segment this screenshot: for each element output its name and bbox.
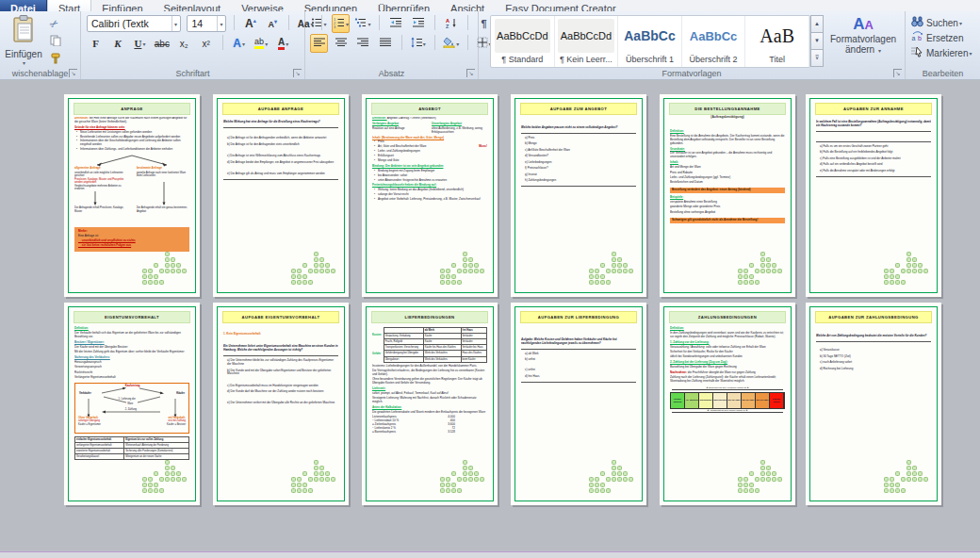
style-preview: AaB — [749, 19, 805, 53]
select-button[interactable]: Markieren▾ — [911, 45, 980, 60]
page-title: AUFGABEN ZUR ANNAHME — [815, 103, 932, 115]
style-preview: AaBbCcDd — [495, 19, 550, 53]
document-canvas[interactable]: ANFRAGEDefinition: Mit Hilfe einer Anfra… — [0, 80, 980, 558]
svg-text:Z: Z — [446, 24, 449, 29]
ribbon-tab-einf-gen[interactable]: Einfügen — [91, 0, 153, 11]
paste-dropdown-arrow[interactable]: ▾ — [6, 59, 42, 66]
document-page[interactable]: AUFGABEN ZUR ANNAHMEIn welchem Fall ist … — [806, 94, 941, 297]
italic-button[interactable]: K — [108, 34, 126, 53]
document-page[interactable]: DIE BESTELLUNGSANNAHME(Auftragsbestätigu… — [660, 94, 795, 297]
ribbon-tab-start[interactable]: Start — [47, 0, 91, 11]
align-left-button[interactable] — [310, 34, 328, 53]
clipboard-dialog-launcher[interactable]: ↘ — [69, 69, 77, 77]
strikethrough-button[interactable]: abc — [153, 34, 171, 53]
font-dialog-launcher[interactable]: ↘ — [293, 69, 302, 77]
style-item-titel[interactable]: AaBTitel — [745, 16, 809, 67]
ribbon-tab-ansicht[interactable]: Ansicht — [440, 0, 495, 11]
underline-button[interactable]: U▾ — [131, 34, 149, 53]
document-page[interactable]: AUFGABE ANFRAGEWelche Wirkung hat eine A… — [213, 94, 349, 297]
cut-button[interactable]: ✂ — [47, 15, 75, 32]
flower-decoration — [142, 252, 191, 289]
flower-decoration — [440, 460, 489, 498]
justify-button[interactable] — [376, 34, 394, 53]
styles-gallery: AaBbCcDd¶ StandardAaBbCcDd¶ Kein Leerr..… — [490, 15, 810, 68]
group-editing: Suchen▾ ab Ersetzen Markieren▾ Bearbeite… — [906, 11, 980, 79]
shrink-font-button[interactable]: A▾ — [264, 14, 282, 33]
align-center-icon — [335, 35, 347, 52]
font-color-icon: A — [278, 38, 285, 50]
ribbon-tab-seitenlayout[interactable]: Seitenlayout — [154, 0, 232, 11]
ribbon: Einfügen ▾ ✂ wischenablage ↘ Calibri (Te… — [0, 11, 980, 80]
find-button[interactable]: Suchen▾ — [911, 15, 980, 30]
format-painter-button[interactable] — [47, 51, 75, 68]
document-page[interactable]: AUFGABE ZUM ANGEBOTWelche beiden Angaben… — [511, 94, 646, 297]
group-paragraph: ▾ 123▾ ▾ AZ ¶ ▾ ▾ ▾ Absatz ↘ — [305, 11, 479, 79]
flower-decoration — [291, 252, 340, 289]
anfrage-diagram: allgemeine Anfrageunverbindlich an viele… — [74, 154, 189, 223]
document-page[interactable]: AUFGABEN ZUR ZAHLUNGSBEDINGUNGWelche Art… — [806, 303, 941, 505]
align-right-button[interactable] — [354, 34, 372, 53]
page-title: DIE BESTELLUNGSANNAHME — [669, 103, 786, 115]
text-highlight-button[interactable]: ab▾ — [253, 34, 270, 53]
ribbon-tab--berpr-fen[interactable]: Überprüfen — [368, 0, 440, 11]
ribbon-tab-easy-document-creator[interactable]: Easy Document Creator — [495, 0, 626, 11]
paragraph-dialog-launcher[interactable]: ↘ — [466, 69, 475, 77]
page-title: AUFGABE ZUM ANGEBOT — [520, 103, 637, 115]
flower-decoration — [884, 460, 933, 498]
document-page[interactable]: LIEFERBEDINGUNGENKostenGefahrab Werkfrei… — [362, 303, 498, 505]
bullets-button[interactable]: ▾ — [310, 14, 328, 33]
ribbon-tab-strip: DateiStartEinfügenSeitenlayoutVerweiseSe… — [0, 0, 980, 11]
svg-text:b: b — [918, 35, 922, 41]
document-page[interactable]: ANGEBOTDefinition: Angebot = Antrag / Of… — [362, 94, 498, 297]
style-item--berschrift-1[interactable]: AaBbCcÜberschrift 1 — [618, 16, 682, 67]
change-styles-button[interactable]: AA Formatvorlagenändern ▾ — [829, 15, 897, 70]
ribbon-tab-datei[interactable]: Datei — [0, 0, 47, 11]
highlight-icon: ab — [254, 38, 264, 49]
line-spacing-button[interactable]: ▾ — [409, 34, 427, 53]
numbering-button[interactable]: 123▾ — [332, 14, 350, 33]
styles-dialog-launcher[interactable]: ↘ — [893, 69, 902, 77]
copy-icon — [50, 33, 61, 50]
subscript-button[interactable]: x₂ — [175, 34, 193, 53]
align-center-button[interactable] — [332, 34, 350, 53]
shading-button[interactable]: ▾ — [442, 34, 460, 53]
flower-decoration — [738, 460, 787, 498]
multilevel-list-button[interactable]: ▾ — [354, 14, 372, 33]
sort-icon: AZ — [446, 15, 457, 32]
decrease-indent-button[interactable] — [387, 14, 405, 33]
superscript-button[interactable]: x² — [197, 34, 215, 53]
font-color-button[interactable]: A▾ — [274, 34, 292, 53]
grow-font-button[interactable]: A▴ — [241, 14, 259, 33]
document-page[interactable]: ZAHLUNGSBEDINGUNGENDefinition:In den Zah… — [660, 303, 795, 505]
bold-button[interactable]: F — [87, 34, 105, 53]
styles-more-button[interactable]: ⊽ — [810, 49, 824, 67]
document-page[interactable]: AUFGABE EIGENTUMSVORBEHALT1. Kein Eigent… — [213, 303, 349, 505]
flower-decoration — [589, 460, 638, 498]
style-item--berschrift-2[interactable]: AaBbCcÜberschrift 2 — [682, 16, 746, 67]
replace-button[interactable]: ab Ersetzen — [911, 30, 980, 45]
font-name-combo[interactable]: Calibri (Textk▾ — [87, 15, 181, 32]
ribbon-tab-sendungen[interactable]: Sendungen — [294, 0, 368, 11]
copy-button[interactable] — [47, 33, 75, 50]
document-page[interactable]: ANFRAGEDefinition: Mit Hilfe einer Anfra… — [64, 94, 200, 297]
style-label: Überschrift 2 — [690, 55, 738, 64]
styles-scroll-up-button[interactable]: ▲ — [810, 15, 824, 33]
paste-button[interactable]: Einfügen ▾ — [5, 15, 42, 74]
styles-scroll-down-button[interactable]: ▼ — [810, 32, 824, 50]
style-item--kein-leerr-[interactable]: AaBbCcDd¶ Kein Leerr... — [555, 16, 619, 67]
style-label: Titel — [769, 55, 785, 64]
binoculars-icon — [911, 16, 923, 29]
page-title: AUFGABE EIGENTUMSVORBEHALT — [222, 311, 339, 323]
format-painter-icon — [50, 51, 61, 68]
document-page[interactable]: EIGENTUMSVORBEHALTDefinition:Der Verkäuf… — [64, 303, 200, 505]
ribbon-tab-verweise[interactable]: Verweise — [231, 0, 294, 11]
payment-risk-scale: ◄ Sicherheit für den Verkäufer nimmt ab … — [670, 386, 785, 415]
sort-button[interactable]: AZ — [442, 14, 460, 33]
eigentum-diagram: KaufvertragVerkäuferKäufer1. Lieferung d… — [74, 383, 189, 434]
style-item--standard[interactable]: AaBbCcDd¶ Standard — [491, 16, 555, 67]
font-size-combo[interactable]: 14▾ — [187, 15, 226, 32]
text-effects-button[interactable]: A▾ — [230, 34, 248, 53]
flower-decoration — [291, 460, 340, 498]
increase-indent-button[interactable] — [409, 14, 427, 33]
document-page[interactable]: AUFGABEN ZUR LIEFERBEDINGUNGAufgabe: Wel… — [511, 303, 646, 505]
